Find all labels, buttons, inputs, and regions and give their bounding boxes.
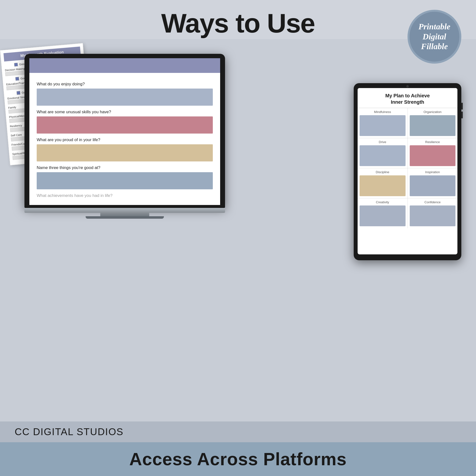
laptop-question-4: Name three things you're good at? (37, 165, 213, 170)
cell-color-discipline (359, 175, 406, 196)
cell-label-resilience: Resilience (410, 140, 456, 144)
cell-label-confidence: Confidence (410, 200, 456, 204)
laptop-foot (85, 216, 164, 219)
cell-label-organization: Organization (410, 110, 456, 114)
tablet-title-section: My Plan to Achieve Inner Strength (357, 88, 458, 108)
brand-bar: CC DIGITAL STUDIOS (0, 422, 476, 442)
tablet-grid: Mindfulness Organization Drive (357, 108, 458, 228)
middle-section: My Strength Evaluation Good Fair Poor De… (0, 39, 476, 422)
cell-color-organization (410, 115, 456, 136)
laptop-answer-3 (37, 144, 213, 161)
cell-color-confidence (410, 205, 456, 226)
laptop-question-3: What are you proud of in your life? (37, 137, 213, 142)
laptop-answer-4 (37, 172, 213, 189)
top-section: Ways to Use PrintableDigitalFillable (0, 0, 476, 39)
tablet-cell-creativity: Creativity (357, 198, 408, 228)
badge-text: PrintableDigitalFillable (419, 22, 450, 51)
cell-color-mindfulness (359, 115, 406, 136)
laptop-screen-outer: What do you enjoy doing? What are some u… (24, 54, 225, 208)
laptop-question-2: What are some unusual skills you have? (37, 110, 213, 115)
tablet-cell-mindfulness: Mindfulness (357, 108, 408, 138)
cell-color-inspiration (410, 175, 456, 196)
tablet-title: My Plan to Achieve Inner Strength (360, 92, 455, 105)
laptop-content: What do you enjoy doing? What are some u… (29, 73, 220, 205)
tablet-wrapper: My Plan to Achieve Inner Strength Mindfu… (354, 83, 461, 260)
laptop-answer-2 (37, 117, 213, 134)
laptop-stand (100, 213, 149, 216)
footer-bar: Access Across Platforms (0, 442, 476, 476)
cell-color-resilience (410, 145, 456, 166)
laptop-question-1: What do you enjoy doing? (37, 82, 213, 86)
laptop-answer-1 (37, 88, 213, 106)
main-title: Ways to Use (15, 7, 461, 37)
laptop-base (24, 208, 225, 213)
tablet-btn (461, 103, 463, 110)
laptop-screen-inner: What do you enjoy doing? What are some u… (29, 58, 220, 205)
brand-name: CC DIGITAL STUDIOS (15, 426, 123, 437)
tablet-title-line1: My Plan to Achieve (385, 93, 430, 98)
good-box2 (16, 77, 19, 81)
cell-color-creativity (359, 205, 406, 226)
tablet-buttons (461, 103, 463, 119)
tablet-outer: My Plan to Achieve Inner Strength Mindfu… (354, 83, 461, 260)
tablet-cell-confidence: Confidence (408, 198, 458, 228)
tablet-cell-organization: Organization (408, 108, 458, 138)
cell-label-discipline: Discipline (359, 170, 406, 174)
badge-circle: PrintableDigitalFillable (408, 10, 461, 64)
cell-label-inspiration: Inspiration (410, 170, 456, 174)
laptop-wrapper: What do you enjoy doing? What are some u… (24, 54, 225, 219)
tablet-camera-icon (406, 85, 409, 87)
laptop-question-5: What achievements have you had in life? (37, 193, 213, 198)
main-container: Ways to Use PrintableDigitalFillable My … (0, 0, 476, 476)
tablet-cell-drive: Drive (357, 138, 408, 168)
cell-label-drive: Drive (359, 140, 406, 144)
footer-text: Access Across Platforms (129, 449, 347, 469)
good-box (14, 63, 18, 67)
cell-label-mindfulness: Mindfulness (359, 110, 406, 114)
cell-label-creativity: Creativity (359, 200, 406, 204)
tablet-btn (461, 112, 463, 119)
tablet-cell-inspiration: Inspiration (408, 168, 458, 198)
tablet-cell-discipline: Discipline (357, 168, 408, 198)
good-box3 (17, 91, 20, 95)
tablet-title-line2: Inner Strength (391, 99, 425, 105)
tablet-screen: My Plan to Achieve Inner Strength Mindfu… (357, 88, 458, 255)
laptop-header-bar (29, 58, 220, 73)
cell-color-drive (359, 145, 406, 166)
tablet-cell-resilience: Resilience (408, 138, 458, 168)
